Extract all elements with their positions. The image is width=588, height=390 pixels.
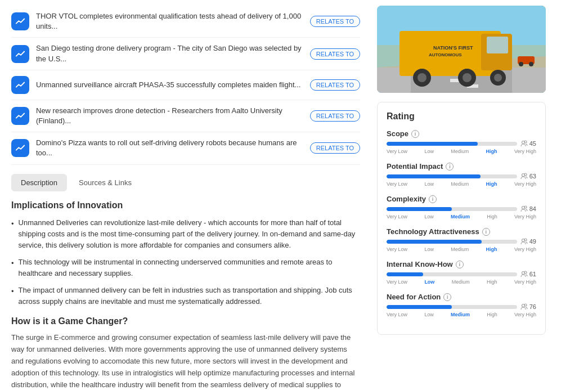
news-item[interactable]: Unmanned surveillance aircraft PHASA-35 … <box>11 70 360 100</box>
scale-label: Low <box>424 279 434 285</box>
scale-labels: Very LowLowMediumHighVery High <box>387 246 536 252</box>
metric-name: Scope <box>387 129 409 138</box>
metric-name: Internal Know-How <box>387 260 453 268</box>
bar-track <box>387 272 517 276</box>
hero-image: NATION'S FIRST AUTONOMOUS <box>377 6 546 93</box>
svg-point-29 <box>524 271 527 274</box>
rating-label: Complexity i <box>387 195 536 203</box>
info-icon[interactable]: i <box>456 261 464 268</box>
scale-label: Medium <box>452 279 470 285</box>
relates-to-badge[interactable]: RELATES TO <box>310 79 360 91</box>
scale-label: Very High <box>514 246 536 252</box>
description-content: Implications of Innovation •Unmanned Del… <box>11 200 360 391</box>
relates-to-badge[interactable]: RELATES TO <box>310 142 360 154</box>
scale-label: Low <box>424 312 434 317</box>
news-icon-2 <box>11 76 29 94</box>
rating-box: Rating Scope i 45 Very LowLowMediumHighV… <box>377 102 546 335</box>
scale-label: Very High <box>514 181 536 187</box>
news-text: San Diego testing drone delivery program… <box>36 43 303 64</box>
body-text: The surge in E-commerce and growing cons… <box>11 332 360 390</box>
info-icon[interactable]: i <box>443 293 451 301</box>
svg-point-14 <box>494 74 502 82</box>
bar-track <box>387 174 517 178</box>
svg-text:NATION'S FIRST: NATION'S FIRST <box>433 45 473 51</box>
scale-label: Very Low <box>387 246 407 252</box>
scale-label: Very High <box>514 149 536 154</box>
bar-container: 63 <box>387 173 536 180</box>
news-item[interactable]: THOR VTOL completes evironmental qualifi… <box>11 6 360 38</box>
rating-label: Potential Impact i <box>387 162 536 171</box>
metric-name: Complexity <box>387 195 426 203</box>
svg-text:AUTONOMOUS: AUTONOMOUS <box>429 52 462 57</box>
rating-label: Need for Action i <box>387 293 536 301</box>
scale-label: Medium <box>451 149 469 154</box>
bar-fill <box>387 174 481 178</box>
scale-label: Very Low <box>387 214 407 219</box>
bar-fill <box>387 305 452 309</box>
news-icon-0 <box>11 12 29 30</box>
scale-label: Medium <box>451 246 469 252</box>
scale-label: Medium <box>451 214 470 219</box>
news-text: THOR VTOL completes evironmental qualifi… <box>36 11 303 32</box>
svg-point-25 <box>524 206 527 208</box>
scale-label: High <box>486 181 497 187</box>
info-icon[interactable]: i <box>429 195 437 203</box>
left-panel: THOR VTOL completes evironmental qualifi… <box>0 6 371 390</box>
news-list: THOR VTOL completes evironmental qualifi… <box>11 6 360 165</box>
metric-name: Potential Impact <box>387 162 443 171</box>
bar-fill <box>387 272 423 276</box>
bar-fill <box>387 240 482 244</box>
relates-to-badge[interactable]: RELATES TO <box>310 16 360 27</box>
svg-point-12 <box>463 73 472 82</box>
scale-label: Very High <box>514 312 536 317</box>
svg-rect-8 <box>487 37 508 53</box>
tab-description[interactable]: Description <box>11 174 67 191</box>
bar-container: 45 <box>387 140 536 147</box>
scale-label: High <box>487 214 497 219</box>
tabs: Description Sources & Links <box>11 174 360 191</box>
tab-sources-links[interactable]: Sources & Links <box>69 174 141 191</box>
news-item[interactable]: Domino's Pizza wants to roll out self-dr… <box>11 132 360 164</box>
section1-title: Implications of Innovation <box>11 200 360 210</box>
relates-to-badge[interactable]: RELATES TO <box>310 110 360 122</box>
bar-count: 45 <box>520 140 536 147</box>
scale-label: Medium <box>451 181 469 187</box>
scale-label: Low <box>424 214 434 219</box>
info-icon[interactable]: i <box>411 130 419 138</box>
scale-label: High <box>487 279 497 285</box>
svg-point-19 <box>529 62 533 66</box>
bar-container: 49 <box>387 238 536 245</box>
scale-label: Very Low <box>387 149 407 154</box>
bar-count: 61 <box>520 271 536 277</box>
news-icon-3 <box>11 107 29 125</box>
info-icon[interactable]: i <box>446 163 454 171</box>
bar-count: 76 <box>520 303 536 310</box>
bar-track <box>387 207 517 211</box>
scale-labels: Very LowLowMediumHighVery High <box>387 181 536 187</box>
bullet-list: •Unmanned Deliveries can revolutionize l… <box>11 217 360 308</box>
bar-track <box>387 305 517 309</box>
news-item[interactable]: San Diego testing drone delivery program… <box>11 38 360 70</box>
bar-fill <box>387 142 478 146</box>
bullet-text: The impact of unmanned delivery can be f… <box>19 285 360 307</box>
bullet-dot: • <box>11 218 14 251</box>
bar-count: 63 <box>520 173 536 180</box>
svg-point-31 <box>524 304 527 306</box>
relates-to-badge[interactable]: RELATES TO <box>310 48 360 60</box>
scale-label: High <box>486 246 497 252</box>
news-icon-1 <box>11 45 29 63</box>
scale-label: High <box>486 149 497 154</box>
scale-label: Medium <box>451 312 470 317</box>
right-panel: NATION'S FIRST AUTONOMOUS Rating Scope i <box>371 6 551 390</box>
scale-label: Very High <box>514 214 536 219</box>
scale-label: Very Low <box>387 181 407 187</box>
rating-label: Technology Attractiveness i <box>387 227 536 236</box>
svg-point-23 <box>524 173 527 176</box>
bar-count: 49 <box>520 238 536 245</box>
rating-title: Rating <box>387 111 536 122</box>
scale-labels: Very LowLowMediumHighVery High <box>387 279 536 285</box>
news-item[interactable]: New research improves drone detection - … <box>11 100 360 132</box>
info-icon[interactable]: i <box>482 228 490 236</box>
rating-row: Internal Know-How i 61 Very LowLowMedium… <box>387 260 536 285</box>
bar-track <box>387 240 517 244</box>
